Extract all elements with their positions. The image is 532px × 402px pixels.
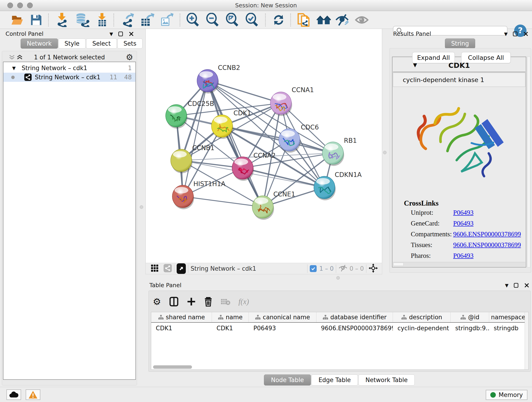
table-cell[interactable]: CDK1	[151, 323, 212, 333]
card-vscrollbar[interactable]	[527, 57, 530, 268]
network-node-ccnb1[interactable]: CCNB1	[171, 144, 215, 173]
selected-checkbox-icon[interactable]	[310, 265, 317, 272]
show-all-eye-icon[interactable]	[355, 13, 369, 26]
hidden-eye-icon[interactable]	[338, 264, 348, 273]
table-cell[interactable]: cyclin-dependent ...	[393, 323, 451, 333]
float-panel-icon[interactable]	[118, 31, 123, 37]
column-header-description[interactable]: description	[393, 312, 451, 322]
table-row[interactable]: CDK1CDK1P064939606.ENSP00000378699cyclin…	[151, 323, 525, 333]
import-table-file-icon[interactable]	[95, 13, 109, 27]
share-view-icon[interactable]	[164, 264, 172, 273]
column-header-name[interactable]: name	[212, 312, 249, 322]
table-cell[interactable]: stringdb:9...	[451, 323, 489, 333]
hide-selected-eye-icon[interactable]	[335, 13, 349, 26]
crosslink-link[interactable]: P06493	[453, 209, 474, 216]
node-label: CCNE1	[273, 191, 295, 198]
network-graph[interactable]: CCNB2CCNA1CDC25BCDK1CDC6RB1CCNB1CCNA2CDK…	[146, 29, 382, 263]
table-header-row: shared namenamecanonical namedatabase id…	[151, 312, 525, 323]
open-session-icon[interactable]	[10, 14, 24, 26]
table-cell[interactable]: stringdb	[489, 323, 525, 333]
export-table-file-icon[interactable]	[140, 13, 154, 27]
network-node-ccna1[interactable]: CCNA1	[270, 86, 314, 116]
cloud-status-button[interactable]	[6, 389, 21, 400]
tab-edge-table[interactable]: Edge Table	[311, 375, 358, 385]
close-panel-icon[interactable]	[128, 31, 134, 37]
bottom-splitter-handle[interactable]	[336, 276, 340, 280]
network-row-selected[interactable]: String Network – cdk1 11 48	[3, 73, 135, 82]
import-network-file-icon[interactable]	[55, 13, 69, 27]
tab-style[interactable]: Style	[58, 38, 86, 49]
network-node-cdkn1a[interactable]: CDKN1A	[314, 171, 361, 200]
node-label: CDKN1A	[335, 171, 361, 179]
export-image-icon[interactable]	[160, 13, 174, 27]
network-options-gear-icon[interactable]: ⚙	[126, 52, 133, 62]
memory-label: Memory	[499, 391, 523, 398]
tab-sets[interactable]: Sets	[117, 38, 143, 49]
crosslink-link[interactable]: P06493	[453, 252, 474, 259]
import-network-database-icon[interactable]	[75, 13, 89, 27]
pan-tool-icon[interactable]	[369, 264, 378, 274]
column-header-id[interactable]: @id	[451, 312, 489, 322]
column-header-namespace[interactable]: namespace	[489, 312, 525, 322]
column-header-canonicalname[interactable]: canonical name	[249, 312, 317, 322]
collection-expand-icon[interactable]: ▼	[12, 65, 16, 71]
tab-string[interactable]: String	[445, 38, 475, 49]
birdseye-view-button[interactable]	[177, 263, 186, 274]
tab-node-table[interactable]: Node Table	[264, 375, 311, 385]
return-home-icon[interactable]	[316, 13, 331, 26]
close-panel-icon[interactable]	[524, 283, 530, 288]
table-hscrollbar-thumb[interactable]	[153, 365, 192, 369]
table-vscrollbar[interactable]	[525, 312, 528, 370]
network-edge[interactable]	[183, 81, 208, 196]
copy-session-icon[interactable]	[297, 13, 311, 27]
crosslink-link[interactable]: P06493	[453, 220, 474, 227]
network-node-rb1[interactable]: RB1	[322, 137, 357, 166]
node-label: CCNA2	[253, 152, 276, 159]
table-cell[interactable]: P06493	[249, 323, 317, 333]
panel-menu-icon[interactable]: ▼	[109, 31, 113, 37]
manage-columns-icon[interactable]	[169, 296, 178, 307]
zoom-in-icon[interactable]	[186, 13, 200, 27]
network-node-ccne1[interactable]: CCNE1	[252, 191, 295, 220]
entry-description: cyclin-dependent kinase 1	[393, 73, 525, 87]
right-splitter-handle[interactable]	[383, 151, 386, 154]
column-header-sharedname[interactable]: shared name	[151, 312, 212, 322]
toolbar-divider	[307, 264, 307, 273]
export-network-file-icon[interactable]	[121, 13, 135, 27]
card-hscrollbar[interactable]	[393, 262, 525, 267]
crosslink-link[interactable]: 9606.ENSP00000378699	[453, 241, 521, 249]
crosslink-row: Pharos:P06493	[411, 252, 521, 259]
network-edge[interactable]	[183, 196, 263, 207]
network-collection-row[interactable]: ▼ String Network – cdk1 1	[3, 64, 135, 73]
panel-menu-icon[interactable]: ▼	[504, 31, 507, 37]
zoom-fit-icon[interactable]	[225, 13, 239, 27]
column-header-databaseidentifier[interactable]: database identifier	[317, 312, 393, 322]
function-builder-icon-disabled: f(x)	[239, 298, 249, 306]
left-splitter-handle[interactable]	[140, 205, 143, 209]
zoom-selected-icon[interactable]	[245, 13, 259, 27]
grid-view-icon[interactable]	[151, 264, 158, 273]
panel-menu-icon[interactable]: ▼	[505, 283, 508, 288]
network-edge[interactable]	[208, 81, 263, 207]
float-panel-icon[interactable]	[513, 31, 518, 37]
table-cell[interactable]: 9606.ENSP00000378699	[317, 323, 393, 333]
refresh-view-icon[interactable]	[272, 13, 285, 27]
warning-status-button[interactable]	[26, 389, 40, 400]
tab-select[interactable]: Select	[86, 38, 117, 49]
node-entry-header[interactable]: ▼ CDK1	[393, 59, 525, 72]
float-panel-icon[interactable]	[513, 283, 519, 288]
zoom-out-icon[interactable]	[206, 13, 220, 27]
close-panel-icon[interactable]	[523, 31, 529, 37]
table-cell[interactable]: CDK1	[212, 323, 249, 333]
memory-button[interactable]: Memory	[486, 390, 527, 400]
network-canvas[interactable]: CCNB2CCNA1CDC25BCDK1CDC6RB1CCNB1CCNA2CDK…	[146, 29, 382, 263]
crosslink-link[interactable]: 9606.ENSP00000378699	[453, 230, 521, 238]
table-settings-gear-icon[interactable]: ⚙	[153, 296, 161, 307]
tab-network[interactable]: Network	[21, 38, 58, 49]
delete-column-icon[interactable]	[204, 296, 212, 307]
save-session-icon[interactable]	[30, 14, 43, 26]
tab-network-table[interactable]: Network Table	[358, 375, 415, 385]
control-panel-tabs: NetworkStyleSelectSets	[21, 38, 143, 49]
network-node-hist1h1a[interactable]: HIST1H1A	[172, 180, 225, 209]
add-column-icon[interactable]	[187, 297, 196, 307]
